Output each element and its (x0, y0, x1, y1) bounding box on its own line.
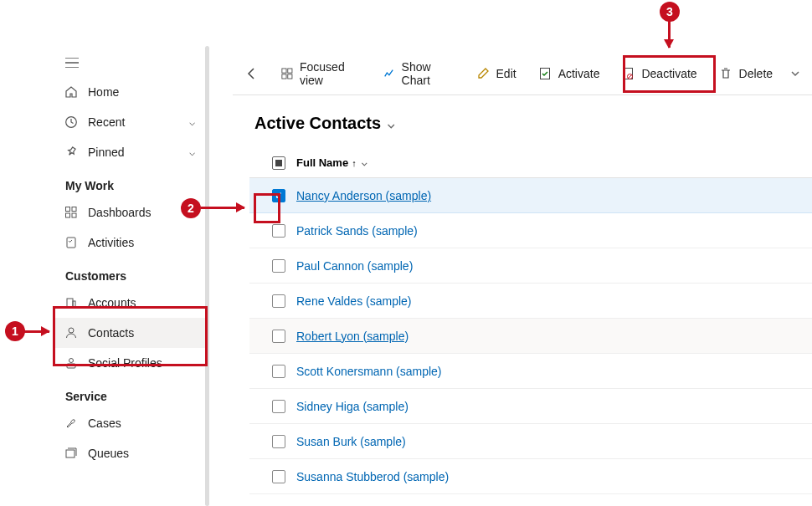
svg-rect-12 (282, 68, 286, 72)
sidebar-item-home[interactable]: Home (53, 77, 207, 107)
nav-label: Accounts (88, 296, 195, 309)
toolbar-overflow[interactable] (786, 61, 804, 86)
sidebar-item-queues[interactable]: Queues (53, 438, 207, 468)
svg-rect-2 (72, 207, 76, 212)
hamburger-menu[interactable] (53, 46, 207, 77)
contact-link[interactable]: Sidney Higa (sample) (296, 400, 409, 413)
svg-rect-10 (67, 364, 75, 368)
column-header-fullname[interactable]: Full Name ↑ ⌵ (296, 156, 367, 169)
svg-rect-15 (288, 74, 292, 78)
contact-link[interactable]: Rene Valdes (sample) (296, 294, 411, 308)
chevron-down-icon: ⌵ (189, 146, 195, 158)
sidebar-item-socialprofiles[interactable]: Social Profiles (53, 348, 207, 378)
nav-label: Social Profiles (88, 356, 195, 370)
svg-rect-3 (66, 213, 70, 217)
focused-view-button[interactable]: Focused view (273, 61, 370, 86)
table-row[interactable]: Paul Cannon (sample) (249, 248, 812, 284)
contact-link[interactable]: Scott Konersmann (sample) (296, 365, 442, 378)
nav-label: Queues (88, 447, 195, 460)
clipboard-icon (64, 236, 78, 249)
contact-link[interactable]: Robert Lyon (sample) (296, 330, 409, 343)
sort-ascending-icon: ↑ (352, 158, 357, 168)
callout-badge-1: 1 (5, 321, 25, 341)
contact-link[interactable]: Susan Burk (sample) (296, 435, 406, 448)
table-row[interactable]: Patrick Sands (sample) (249, 213, 812, 248)
svg-rect-13 (288, 68, 292, 72)
wrench-icon (64, 417, 78, 430)
column-label: Full Name (296, 156, 348, 169)
row-checkbox[interactable] (272, 259, 285, 273)
deactivate-button[interactable]: Deactivate (613, 61, 705, 86)
callout-badge-2: 2 (181, 198, 201, 218)
sidebar: Home Recent ⌵ Pinned ⌵ My Work Dashboard… (53, 46, 208, 506)
nav-label: Dashboards (88, 206, 195, 219)
callout-arrow-3 (668, 20, 671, 48)
contact-link[interactable]: Paul Cannon (sample) (296, 259, 413, 273)
row-checkbox[interactable] (272, 330, 285, 343)
svg-rect-7 (73, 301, 75, 307)
back-button[interactable] (241, 61, 263, 86)
section-header-service: Service (53, 378, 207, 408)
nav-label: Recent (88, 115, 189, 129)
toolbar-label: Focused view (300, 60, 362, 87)
chevron-down-icon: ⌵ (388, 117, 394, 130)
svg-rect-4 (72, 213, 76, 217)
edit-button[interactable]: Edit (468, 61, 525, 86)
table-row[interactable]: Susan Burk (sample) (249, 424, 812, 459)
toolbar-label: Deactivate (641, 67, 696, 80)
callout-badge-3: 3 (660, 2, 680, 22)
row-checkbox[interactable] (272, 294, 285, 308)
sidebar-item-pinned[interactable]: Pinned ⌵ (53, 137, 207, 167)
toolbar-label: Show Chart (402, 60, 455, 87)
nav-label: Home (88, 85, 195, 99)
callout-arrow-2 (201, 207, 244, 209)
svg-rect-5 (67, 238, 75, 248)
toolbar: Focused view Show Chart Edit Activate De… (233, 52, 812, 95)
queue-icon (64, 447, 78, 460)
grid-rows: Nancy Anderson (sample)Patrick Sands (sa… (249, 178, 812, 494)
table-row[interactable]: Susanna Stubberod (sample) (249, 459, 812, 494)
chevron-down-icon: ⌵ (189, 116, 195, 128)
contact-link[interactable]: Patrick Sands (sample) (296, 224, 418, 238)
svg-point-8 (69, 328, 74, 333)
row-checkbox[interactable] (272, 365, 285, 378)
svg-rect-6 (67, 299, 73, 307)
contact-link[interactable]: Nancy Anderson (sample) (296, 189, 431, 202)
callout-arrow-1 (24, 330, 49, 333)
svg-rect-14 (282, 74, 286, 78)
home-icon (64, 85, 78, 99)
table-row[interactable]: Sidney Higa (sample) (249, 389, 812, 424)
select-all-checkbox[interactable] (272, 156, 285, 170)
content: Active Contacts ⌵ Full Name ↑ ⌵ Nancy An… (233, 99, 812, 506)
nav-label: Contacts (88, 326, 195, 340)
sidebar-item-activities[interactable]: Activities (53, 227, 207, 258)
sidebar-item-accounts[interactable]: Accounts (53, 288, 207, 318)
section-header-mywork: My Work (53, 167, 207, 197)
delete-button[interactable]: Delete (711, 61, 781, 86)
toolbar-label: Edit (496, 67, 516, 80)
row-checkbox[interactable] (272, 224, 285, 238)
contact-link[interactable]: Susanna Stubberod (sample) (296, 470, 449, 483)
row-checkbox[interactable] (272, 470, 285, 483)
toolbar-label: Delete (739, 67, 773, 80)
sidebar-scrollbar[interactable] (205, 46, 209, 506)
sidebar-item-cases[interactable]: Cases (53, 408, 207, 438)
sidebar-item-recent[interactable]: Recent ⌵ (53, 107, 207, 137)
table-row[interactable]: Rene Valdes (sample) (249, 284, 812, 319)
row-checkbox[interactable] (272, 189, 285, 202)
row-checkbox[interactable] (272, 435, 285, 448)
toolbar-label: Activate (558, 67, 600, 80)
show-chart-button[interactable]: Show Chart (375, 61, 463, 86)
table-row[interactable]: Nancy Anderson (sample) (249, 178, 812, 213)
table-row[interactable]: Scott Konersmann (sample) (249, 354, 812, 389)
view-selector[interactable]: Active Contacts ⌵ (249, 114, 812, 133)
clock-icon (64, 115, 78, 129)
pin-icon (64, 146, 78, 159)
svg-rect-11 (66, 450, 75, 457)
row-checkbox[interactable] (272, 400, 285, 413)
person-icon (64, 326, 78, 340)
sidebar-item-contacts[interactable]: Contacts (53, 318, 207, 348)
activate-button[interactable]: Activate (530, 61, 609, 86)
table-row[interactable]: Robert Lyon (sample) (249, 319, 812, 354)
profile-icon (64, 356, 78, 370)
